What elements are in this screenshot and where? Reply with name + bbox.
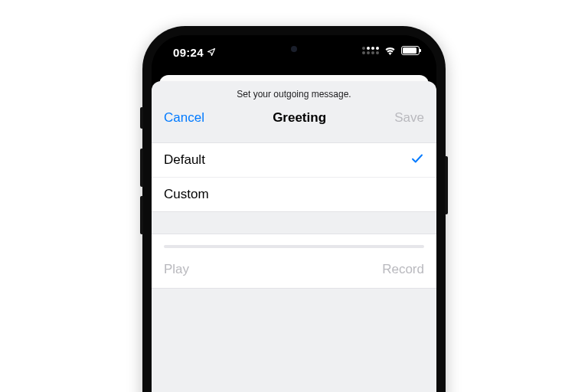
option-custom[interactable]: Custom	[152, 177, 436, 211]
dual-signal-icon	[362, 47, 379, 54]
phone-frame: 09:24	[142, 26, 446, 392]
mute-switch	[140, 107, 143, 129]
volume-down-button	[140, 196, 143, 234]
status-right	[362, 46, 420, 55]
option-default[interactable]: Default	[152, 143, 436, 177]
checkmark-icon	[410, 152, 424, 169]
status-time: 09:24	[173, 46, 216, 59]
playback-controls: Play Record	[152, 254, 436, 289]
phone-screen: 09:24	[152, 35, 436, 392]
side-button	[445, 156, 448, 214]
progress-track[interactable]	[164, 245, 424, 248]
clock-text: 09:24	[173, 46, 204, 59]
section-gap	[152, 212, 436, 234]
play-button[interactable]: Play	[164, 262, 189, 277]
option-custom-label: Custom	[164, 187, 209, 202]
wifi-icon	[384, 46, 397, 55]
battery-icon	[401, 46, 420, 55]
greeting-options-list: Default Custom	[152, 142, 436, 212]
cancel-button[interactable]: Cancel	[164, 110, 204, 126]
location-icon	[207, 46, 216, 59]
save-button[interactable]: Save	[394, 110, 424, 126]
playback-progress	[152, 234, 436, 254]
page-title: Greeting	[273, 110, 326, 126]
nav-bar: Cancel Greeting Save	[152, 106, 436, 142]
stage: 09:24	[0, 0, 588, 392]
volume-up-button	[140, 149, 143, 187]
greeting-sheet: Set your outgoing message. Cancel Greeti…	[152, 81, 436, 392]
help-text: Set your outgoing message.	[152, 81, 436, 106]
record-button[interactable]: Record	[382, 262, 424, 277]
notch	[231, 35, 357, 57]
option-default-label: Default	[164, 152, 205, 168]
